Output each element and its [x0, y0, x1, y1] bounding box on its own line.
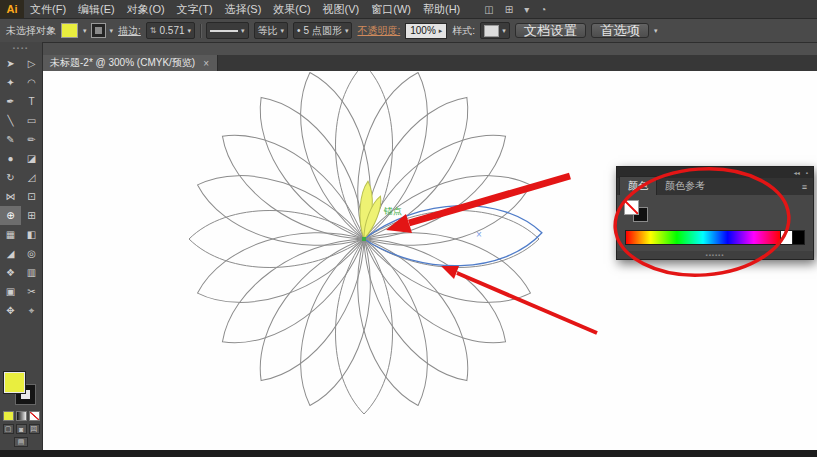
type-tool[interactable]: T — [21, 92, 42, 111]
artboard-tool[interactable]: ▣ — [0, 282, 21, 301]
scale-tool[interactable]: ◿ — [21, 168, 42, 187]
symbol-sprayer-tool[interactable]: ❖ — [0, 263, 21, 282]
menu-edit[interactable]: 编辑(E) — [72, 0, 121, 18]
artwork-svg: 锚点 × — [42, 71, 817, 450]
free-transform-tool[interactable]: ⊡ — [21, 187, 42, 206]
tools-bottom: ▢ ◙ 回 ▤ — [0, 371, 42, 447]
white-swatch[interactable] — [780, 231, 792, 244]
menu-object[interactable]: 对象(O) — [121, 0, 171, 18]
stroke-weight-label[interactable]: 描边: — [118, 24, 141, 38]
stroke-color-swatch[interactable] — [92, 24, 105, 37]
menu-view[interactable]: 视图(V) — [317, 0, 366, 18]
selection-tool[interactable]: ➤ — [0, 54, 21, 73]
perspective-grid-tool[interactable]: ⊞ — [21, 206, 42, 225]
stepper-arrows-icon[interactable]: ⇅ — [150, 26, 157, 35]
opacity-label[interactable]: 不透明度: — [357, 24, 400, 38]
chevron-down-icon[interactable]: ▾ — [524, 4, 529, 15]
style-swatch — [484, 25, 499, 37]
opacity-value[interactable]: 100% — [410, 25, 436, 36]
lasso-tool[interactable]: ◠ — [21, 73, 42, 92]
width-tool[interactable]: ⋈ — [0, 187, 21, 206]
eyedropper-tool[interactable]: ◢ — [0, 244, 21, 263]
preferences-button[interactable]: 首选项 — [591, 23, 649, 38]
black-swatch[interactable] — [792, 231, 804, 244]
blend-tool[interactable]: ◎ — [21, 244, 42, 263]
tab-color-guide[interactable]: 颜色参考 — [657, 177, 713, 195]
menu-window[interactable]: 窗口(W) — [365, 0, 417, 18]
style-dropdown[interactable]: ▾ — [480, 22, 510, 39]
profile-name-dropdown[interactable]: 等比 ▾ — [254, 22, 289, 39]
rectangle-tool[interactable]: ▭ — [21, 111, 42, 130]
zoom-tool[interactable]: ⌖ — [21, 301, 42, 320]
screen-mode-row: ▤ — [0, 437, 42, 447]
menu-help[interactable]: 帮助(H) — [417, 0, 466, 18]
document-tab-title: 未标题-2* @ 300% (CMYK/预览) — [50, 56, 195, 70]
anchor-point[interactable] — [362, 237, 366, 241]
none-button[interactable] — [29, 411, 40, 421]
color-spectrum-bar[interactable] — [626, 231, 780, 244]
style-label: 样式: — [452, 24, 475, 38]
gradient-button[interactable] — [16, 411, 27, 421]
draw-normal-button[interactable]: ▢ — [3, 424, 14, 434]
fill-none-swatch[interactable] — [624, 200, 639, 215]
fill-color-swatch[interactable] — [61, 23, 78, 38]
fill-proxy[interactable] — [4, 372, 25, 393]
document-tab[interactable]: 未标题-2* @ 300% (CMYK/预览) × — [42, 55, 218, 71]
line-segment-tool[interactable]: ╲ — [0, 111, 21, 130]
gradient-tool[interactable]: ◧ — [21, 225, 42, 244]
tab-color[interactable]: 颜色 — [619, 176, 657, 195]
slice-tool[interactable]: ✂ — [21, 282, 42, 301]
toolbar-grip[interactable]: ▪▪▪▪ — [0, 42, 42, 54]
chevron-down-icon: ▾ — [345, 27, 349, 35]
menu-type[interactable]: 文字(T) — [171, 0, 219, 18]
artboard-canvas[interactable]: 锚点 × — [42, 71, 817, 450]
selection-status: 未选择对象 — [6, 24, 56, 38]
arrange-documents-icon[interactable]: ◫ — [484, 4, 493, 15]
separator — [200, 24, 201, 38]
pencil-tool[interactable]: ✏ — [21, 130, 42, 149]
mesh-tool[interactable]: ▦ — [0, 225, 21, 244]
chevron-down-icon[interactable]: ▾ — [110, 27, 114, 35]
panel-options-icon[interactable]: ▾ — [654, 27, 658, 35]
pen-tool[interactable]: ✒ — [0, 92, 21, 111]
paintbrush-tool[interactable]: ✎ — [0, 130, 21, 149]
draw-inside-button[interactable]: 回 — [29, 424, 40, 434]
stroke-profile-dropdown[interactable]: ▾ — [206, 22, 249, 39]
panel-resize-grip[interactable]: ▪▪▪▪▪▪ — [617, 251, 813, 259]
color-button[interactable] — [3, 411, 14, 421]
draw-behind-button[interactable]: ◙ — [16, 424, 27, 434]
stroke-weight-field[interactable]: ⇅ 0.571 ▾ — [146, 22, 195, 39]
opacity-field[interactable]: 100% ▸ — [405, 23, 447, 39]
document-setup-button[interactable]: 文档设置 — [515, 23, 586, 38]
blob-brush-tool[interactable]: ● — [0, 149, 21, 168]
close-panel-icon[interactable]: ▪ — [806, 170, 808, 176]
rotate-tool[interactable]: ↻ — [0, 168, 21, 187]
paint-buttons — [0, 411, 42, 421]
menu-file[interactable]: 文件(F) — [24, 0, 72, 18]
brush-definition-dropdown[interactable]: • 5 点圆形 ▾ — [293, 22, 352, 39]
direct-selection-tool[interactable]: ▷ — [21, 54, 42, 73]
chevron-down-icon[interactable]: ▾ — [188, 27, 192, 35]
center-mark: × — [476, 229, 482, 240]
column-graph-tool[interactable]: ▥ — [21, 263, 42, 282]
stroke-weight-value[interactable]: 0.571 — [160, 25, 185, 36]
shape-builder-tool[interactable]: ⊕ — [0, 206, 21, 225]
chevron-down-icon[interactable]: ▾ — [83, 27, 87, 35]
workspace-switcher-icon[interactable]: ⊞ — [505, 4, 513, 15]
hand-tool[interactable]: ✥ — [0, 301, 21, 320]
panel-menu-icon[interactable]: ≡ — [802, 182, 813, 195]
petal[interactable] — [336, 239, 393, 414]
menu-select[interactable]: 选择(S) — [219, 0, 268, 18]
petal[interactable] — [189, 211, 364, 268]
chevron-right-icon[interactable]: ▸ — [439, 27, 443, 35]
menu-effect[interactable]: 效果(C) — [267, 0, 316, 18]
tools-grid: ➤▷✦◠✒T╲▭✎✏●◪↻◿⋈⊡⊕⊞▦◧◢◎❖▥▣✂✥⌖ — [0, 54, 42, 320]
eraser-tool[interactable]: ◪ — [21, 149, 42, 168]
cs-live-icon[interactable]: ◔ — [540, 4, 546, 15]
control-bar: 未选择对象 ▾ ▾ 描边: ⇅ 0.571 ▾ ▾ 等比 ▾ • 5 点圆形 ▾… — [0, 19, 817, 43]
close-icon[interactable]: × — [203, 58, 209, 69]
screen-mode-button[interactable]: ▤ — [14, 437, 28, 447]
collapse-panel-icon[interactable]: ◂◂ — [794, 169, 800, 176]
magic-wand-tool[interactable]: ✦ — [0, 73, 21, 92]
petal[interactable] — [364, 211, 539, 268]
